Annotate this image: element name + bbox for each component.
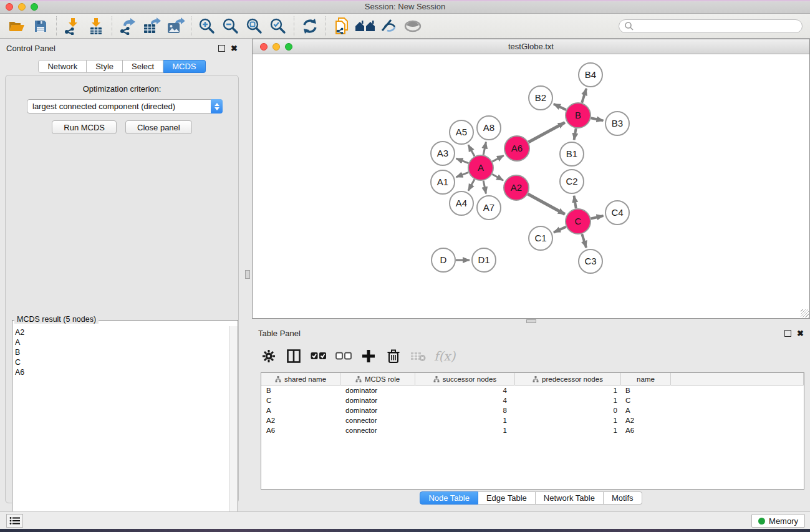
zoom-out-button[interactable] (219, 16, 243, 37)
zoom-fit-button[interactable] (243, 16, 266, 37)
graph-edge[interactable] (582, 89, 586, 103)
select-all-columns-button[interactable] (308, 345, 329, 367)
save-session-button[interactable] (29, 16, 52, 37)
close-panel-icon[interactable]: ✖ (231, 45, 238, 52)
network-canvas[interactable]: AA1A2A3A4A5A6A7A8BB1B2B3B4CC1C2C3C4DD1 (253, 54, 809, 318)
result-list-item[interactable]: A2 (15, 327, 229, 337)
graph-node[interactable]: A (468, 155, 493, 180)
table-row[interactable]: A6connector11A6 (261, 425, 804, 435)
result-scrollbar[interactable] (229, 326, 238, 532)
graph-node[interactable]: A2 (504, 175, 529, 200)
column-header-shared-name[interactable]: shared name (261, 373, 340, 385)
show-hide-button[interactable] (401, 16, 425, 37)
graph-node[interactable]: A6 (504, 136, 529, 161)
graph-edge[interactable] (468, 179, 475, 190)
graph-node[interactable]: B3 (605, 112, 629, 135)
graph-node[interactable]: A3 (431, 142, 455, 165)
import-network-button[interactable] (60, 16, 84, 37)
graph-edge[interactable] (456, 172, 469, 177)
graph-edge[interactable] (591, 216, 603, 218)
tab-edge-table[interactable]: Edge Table (478, 491, 536, 505)
home-button[interactable] (354, 16, 377, 37)
float-panel-icon[interactable] (784, 330, 791, 337)
graph-node[interactable]: A5 (450, 120, 473, 144)
graph-node[interactable]: C4 (605, 201, 629, 225)
toggle-graphics-details-button[interactable] (377, 16, 401, 37)
divider-grip[interactable] (245, 270, 250, 279)
import-table-button[interactable] (84, 16, 108, 37)
vertical-split-divider[interactable] (244, 39, 252, 511)
apply-layout-button[interactable] (298, 16, 322, 37)
graph-node[interactable]: B (566, 103, 591, 128)
table-row[interactable]: Adominator80A (261, 405, 804, 415)
graph-node[interactable]: A1 (431, 170, 455, 194)
column-header-mcds-role[interactable]: MCDS role (340, 373, 415, 385)
criterion-dropdown[interactable]: largest connected component (directed) (27, 99, 223, 114)
graph-node[interactable]: A8 (477, 116, 501, 140)
graph-node[interactable]: C2 (560, 170, 584, 193)
graph-edge[interactable] (554, 227, 566, 233)
graph-node[interactable]: C1 (529, 226, 552, 250)
zoom-selected-button[interactable] (266, 16, 290, 37)
graph-edge[interactable] (493, 155, 504, 162)
run-mcds-button[interactable]: Run MCDS (52, 120, 117, 134)
delete-column-button[interactable] (383, 345, 404, 367)
column-header-successor-nodes[interactable]: successor nodes (415, 373, 515, 385)
result-list-item[interactable]: A (15, 337, 229, 347)
task-history-button[interactable] (6, 514, 23, 528)
graph-node[interactable]: A4 (450, 191, 473, 215)
search-field[interactable] (619, 19, 803, 33)
table-settings-button[interactable] (258, 345, 279, 367)
tab-network-table[interactable]: Network Table (536, 491, 604, 505)
close-panel-button[interactable]: Close panel (125, 120, 192, 134)
unselect-all-columns-button[interactable] (333, 345, 354, 367)
tab-network[interactable]: Network (38, 60, 87, 73)
clone-network-button[interactable] (330, 16, 354, 37)
tab-mcds[interactable]: MCDS (163, 60, 205, 73)
table-row[interactable]: Cdominator41C (261, 395, 804, 405)
tab-select[interactable]: Select (123, 60, 163, 73)
show-column-panel-button[interactable] (283, 345, 304, 367)
graph-node[interactable]: A7 (477, 196, 501, 220)
graph-edge[interactable] (528, 122, 564, 142)
resize-grip-icon[interactable] (801, 309, 809, 317)
create-column-button[interactable] (358, 345, 379, 367)
close-panel-icon[interactable]: ✖ (797, 330, 804, 337)
graph-node[interactable]: B1 (560, 142, 584, 166)
column-header-name[interactable]: name (621, 373, 671, 385)
graph-edge[interactable] (528, 194, 564, 214)
tab-node-table[interactable]: Node Table (420, 491, 478, 505)
result-list-item[interactable]: A6 (15, 367, 229, 377)
export-network-button[interactable] (116, 16, 140, 37)
divider-grip[interactable] (526, 319, 536, 323)
graph-edge[interactable] (483, 181, 486, 194)
graph-node[interactable]: B2 (529, 86, 552, 110)
memory-button[interactable]: Memory (751, 514, 805, 528)
graph-node[interactable]: B4 (579, 63, 602, 87)
open-file-button[interactable] (5, 16, 29, 37)
graph-edge[interactable] (554, 104, 566, 110)
result-list-item[interactable]: B (15, 347, 229, 357)
mcds-result-list[interactable]: A2ABCA6 (12, 326, 229, 532)
result-list-item[interactable]: C (15, 357, 229, 367)
graph-node[interactable]: D (432, 248, 455, 272)
export-table-button[interactable] (140, 16, 163, 37)
export-image-button[interactable] (163, 16, 187, 37)
graph-edge[interactable] (591, 118, 604, 120)
graph-edge[interactable] (574, 196, 576, 209)
table-row[interactable]: A2connector11A2 (261, 415, 804, 425)
tab-style[interactable]: Style (87, 60, 123, 73)
graph-edge[interactable] (468, 145, 475, 156)
graph-edge[interactable] (456, 158, 469, 163)
graph-edge[interactable] (574, 128, 576, 140)
graph-node[interactable]: D1 (472, 248, 496, 272)
zoom-in-button[interactable] (195, 16, 219, 37)
horizontal-split-divider[interactable] (252, 319, 810, 324)
graph-edge[interactable] (483, 142, 486, 155)
column-header-predecessor-nodes[interactable]: predecessor nodes (515, 373, 621, 385)
network-window-titlebar[interactable]: testGlobe.txt (253, 39, 809, 54)
float-panel-icon[interactable] (218, 45, 225, 52)
table-row[interactable]: Bdominator41B (261, 385, 804, 395)
graph-node[interactable]: C (566, 209, 591, 234)
graph-edge[interactable] (492, 174, 503, 180)
